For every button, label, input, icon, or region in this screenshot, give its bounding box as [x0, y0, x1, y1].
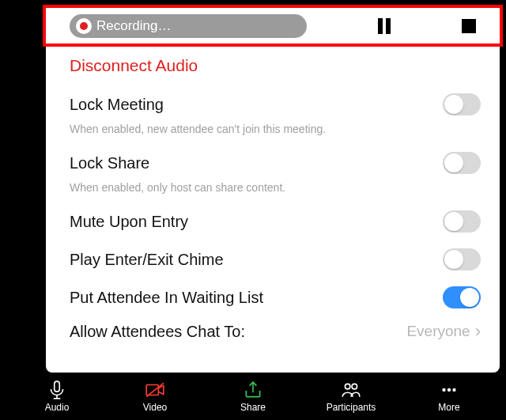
microphone-icon	[47, 380, 67, 400]
share-icon	[243, 380, 263, 400]
svg-point-6	[352, 384, 357, 389]
waiting-list-toggle[interactable]	[443, 286, 481, 308]
video-off-icon	[145, 380, 165, 400]
participants-icon	[341, 380, 361, 400]
svg-rect-3	[146, 385, 158, 395]
lock-meeting-desc: When enabled, new attendee can't join th…	[70, 123, 481, 135]
meeting-top-bar: Recording…	[46, 8, 500, 44]
stop-recording-button[interactable]	[462, 19, 476, 33]
pause-icon	[386, 18, 391, 34]
pause-recording-button[interactable]	[378, 18, 391, 34]
participants-button[interactable]: Participants	[315, 380, 387, 413]
recording-indicator[interactable]: Recording…	[70, 14, 307, 38]
svg-rect-0	[55, 381, 60, 392]
pause-icon	[378, 18, 383, 34]
svg-point-7	[442, 388, 445, 392]
lock-share-desc: When enabled, only host can share conten…	[70, 181, 481, 194]
mute-upon-entry-toggle[interactable]	[443, 210, 481, 233]
waiting-list-label: Put Attendee In Waiting List	[70, 289, 263, 307]
audio-button[interactable]: Audio	[21, 380, 93, 413]
share-label: Share	[240, 402, 266, 413]
allow-chat-label: Allow Attendees Chat To:	[70, 323, 245, 341]
lock-meeting-label: Lock Meeting	[70, 96, 164, 114]
svg-point-8	[447, 388, 451, 392]
chime-row: Play Enter/Exit Chime	[70, 243, 481, 276]
recording-label: Recording…	[96, 18, 172, 34]
lock-meeting-row: Lock Meeting	[70, 88, 481, 121]
lock-share-label: Lock Share	[70, 154, 149, 172]
chime-label: Play Enter/Exit Chime	[70, 251, 224, 269]
more-button[interactable]: More	[413, 380, 485, 413]
disconnect-audio-button[interactable]: Disconnect Audio	[70, 56, 481, 75]
mute-upon-entry-row: Mute Upon Entry	[70, 205, 481, 238]
lock-meeting-toggle[interactable]	[443, 93, 481, 115]
lock-share-row: Lock Share	[70, 146, 481, 180]
more-label: More	[438, 402, 459, 413]
more-icon	[439, 380, 459, 400]
mute-upon-entry-label: Mute Upon Entry	[70, 213, 188, 231]
chevron-right-icon: ›	[475, 321, 481, 342]
bottom-toolbar: Audio Video Share Participants	[0, 373, 506, 420]
video-button[interactable]: Video	[119, 380, 191, 413]
allow-chat-value: Everyone	[406, 323, 470, 340]
allow-chat-row[interactable]: Allow Attendees Chat To: Everyone ›	[70, 314, 481, 349]
recording-icon	[76, 18, 92, 34]
chime-toggle[interactable]	[443, 248, 481, 271]
svg-point-5	[345, 384, 350, 389]
share-button[interactable]: Share	[217, 380, 289, 413]
svg-point-9	[452, 388, 455, 392]
audio-label: Audio	[45, 402, 70, 413]
participants-label: Participants	[327, 402, 376, 413]
lock-share-toggle[interactable]	[443, 152, 481, 174]
more-options-panel: Disconnect Audio Lock Meeting When enabl…	[46, 44, 500, 373]
waiting-list-row: Put Attendee In Waiting List	[70, 281, 481, 314]
video-label: Video	[143, 402, 167, 413]
allow-chat-value-wrap: Everyone ›	[406, 321, 481, 342]
